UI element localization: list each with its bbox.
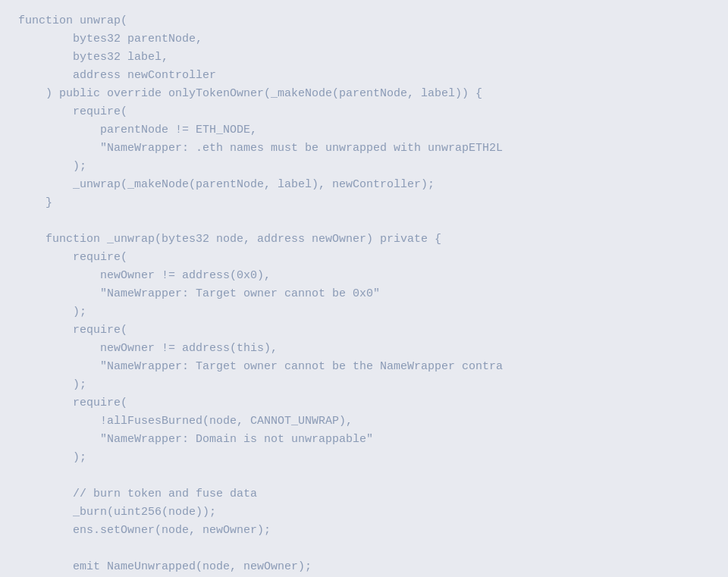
code-block: function unwrap( bytes32 parentNode, byt… bbox=[18, 12, 710, 577]
code-container: function unwrap( bytes32 parentNode, byt… bbox=[0, 0, 728, 577]
